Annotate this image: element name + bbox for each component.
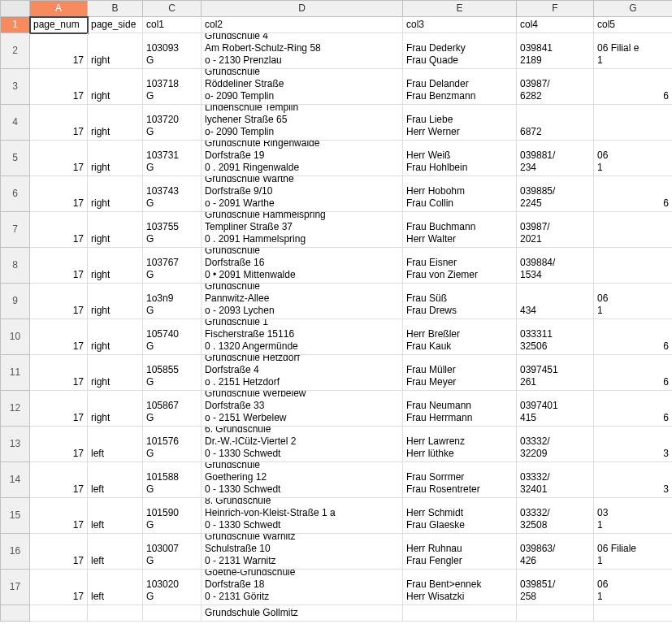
cell-A10[interactable]: 17 <box>30 319 88 355</box>
row-header-13[interactable]: 13 <box>1 427 30 462</box>
cell-G9[interactable]: 06 1 <box>594 284 672 319</box>
cell-B11[interactable]: right <box>88 355 143 391</box>
cell-E8[interactable]: Frau Eisner Frau von Ziemer <box>403 248 517 284</box>
cell-C12[interactable]: 105867 G <box>143 391 202 427</box>
cell-B13[interactable]: left <box>88 427 143 462</box>
cell-A8[interactable]: 17 <box>30 248 88 284</box>
row-header-14[interactable]: 14 <box>1 462 30 498</box>
cell-E12[interactable]: Frau Neumann Frau Herrmann <box>403 391 517 427</box>
cell-C1[interactable]: col1 <box>143 17 202 33</box>
cell-F8[interactable]: 039884/ 1534 <box>517 248 594 284</box>
cell-C11[interactable]: 105855 G <box>143 355 202 391</box>
cell-E7[interactable]: Frau Buchmann Herr Walter <box>403 212 517 248</box>
row-header-15[interactable]: 15 <box>1 498 30 534</box>
cell-D14[interactable]: Grundschule Goethering 12 0 - 1330 Schwe… <box>202 462 403 498</box>
cell-B4[interactable]: right <box>88 105 143 141</box>
cell-A13[interactable]: 17 <box>30 427 88 462</box>
cell-A12[interactable]: 17 <box>30 391 88 427</box>
cell-B17[interactable]: left <box>88 570 143 605</box>
cell-F4[interactable]: 6872 <box>517 105 594 141</box>
cell-C13[interactable]: 101576 G <box>143 427 202 462</box>
cell-B8[interactable]: right <box>88 248 143 284</box>
cell-F5[interactable]: 039881/ 234 <box>517 141 594 176</box>
cell-E14[interactable]: Frau Sorrmer Frau Rosentreter <box>403 462 517 498</box>
cell-D6[interactable]: Grundschule Warthe Dorfstraße 9/10 o - 2… <box>202 176 403 212</box>
column-header-C[interactable]: C <box>143 1 202 17</box>
row-header-9[interactable]: 9 <box>1 284 30 319</box>
cell-A16[interactable]: 17 <box>30 534 88 570</box>
cell-B16[interactable]: left <box>88 534 143 570</box>
cell-G13[interactable]: 3 <box>594 427 672 462</box>
column-header-F[interactable]: F <box>517 1 594 17</box>
cell-A4[interactable]: 17 <box>30 105 88 141</box>
column-header-A[interactable]: A <box>30 1 88 17</box>
cell-A6[interactable]: 17 <box>30 176 88 212</box>
cell-G7[interactable] <box>594 212 672 248</box>
cell-G4[interactable] <box>594 105 672 141</box>
cell-G10[interactable]: 6 <box>594 319 672 355</box>
cell-G5[interactable]: 06 1 <box>594 141 672 176</box>
cell-F15[interactable]: 03332/ 32508 <box>517 498 594 534</box>
cell-B10[interactable]: right <box>88 319 143 355</box>
cell-D4[interactable]: Lindenschule Templin lychener Straße 65 … <box>202 105 403 141</box>
cell-C16[interactable]: 103007 G <box>143 534 202 570</box>
cell-G11[interactable]: 6 <box>594 355 672 391</box>
cell-A14[interactable]: 17 <box>30 462 88 498</box>
cell-F9[interactable]: 434 <box>517 284 594 319</box>
row-header-1[interactable]: 1 <box>1 17 30 33</box>
cell-A3[interactable]: 17 <box>30 69 88 105</box>
cell-B14[interactable]: left <box>88 462 143 498</box>
cell-B3[interactable]: right <box>88 69 143 105</box>
cell-E16[interactable]: Herr Ruhnau Frau Fengler <box>403 534 517 570</box>
cell-D12[interactable]: Grundschule Werbelew Dorfstraße 33 o - 2… <box>202 391 403 427</box>
cell-D16[interactable]: Grundschule Warnitz Schulstraße 10 0 - 2… <box>202 534 403 570</box>
cell-A17[interactable]: 17 <box>30 570 88 605</box>
cell-F17[interactable]: 039851/ 258 <box>517 570 594 605</box>
cell-E6[interactable]: Herr Hobohm Frau Collin <box>403 176 517 212</box>
cell-A7[interactable]: 17 <box>30 212 88 248</box>
spreadsheet-grid[interactable]: ABCDEFG1page_numpage_sidecol1col2col3col… <box>0 0 672 622</box>
row-header-16[interactable]: 16 <box>1 534 30 570</box>
row-header-8[interactable]: 8 <box>1 248 30 284</box>
row-header-10[interactable]: 10 <box>1 319 30 355</box>
cell-E2[interactable]: Frau Dederky Frau Quade <box>403 33 517 69</box>
cell-E4[interactable]: Frau Liebe Herr Werner <box>403 105 517 141</box>
cell-B7[interactable]: right <box>88 212 143 248</box>
cell-C8[interactable]: 103767 G <box>143 248 202 284</box>
cell-B2[interactable]: right <box>88 33 143 69</box>
cell-F2[interactable]: 039841 2189 <box>517 33 594 69</box>
cell-E18[interactable] <box>403 605 517 622</box>
cell-D13[interactable]: 6. Grundschule Dr.-W.-ICülz-Viertel 2 0 … <box>202 427 403 462</box>
cell-A1[interactable]: page_num <box>30 17 88 33</box>
cell-A5[interactable]: 17 <box>30 141 88 176</box>
cell-C18[interactable] <box>143 605 202 622</box>
cell-G2[interactable]: 06 Filial e 1 <box>594 33 672 69</box>
cell-D5[interactable]: Grundschute Ringenwalde Dorfstraße 19 0 … <box>202 141 403 176</box>
cell-G1[interactable]: col5 <box>594 17 672 33</box>
cell-C5[interactable]: 103731 G <box>143 141 202 176</box>
cell-B6[interactable]: right <box>88 176 143 212</box>
cell-G6[interactable]: 6 <box>594 176 672 212</box>
cell-B12[interactable]: right <box>88 391 143 427</box>
cell-E9[interactable]: Frau Süß Frau Drews <box>403 284 517 319</box>
cell-G12[interactable]: 6 <box>594 391 672 427</box>
cell-C6[interactable]: 103743 G <box>143 176 202 212</box>
cell-D17[interactable]: Goethe-Grundschule Dorfstraße 18 0 - 213… <box>202 570 403 605</box>
column-header-D[interactable]: D <box>202 1 403 17</box>
cell-A2[interactable]: 17 <box>30 33 88 69</box>
cell-A11[interactable]: 17 <box>30 355 88 391</box>
cell-A18[interactable] <box>30 605 88 622</box>
cell-G18[interactable] <box>594 605 672 622</box>
cell-E15[interactable]: Herr Schmidt Frau Glaeske <box>403 498 517 534</box>
cell-E11[interactable]: Frau Müller Frau Meyer <box>403 355 517 391</box>
column-header-G[interactable]: G <box>594 1 672 17</box>
cell-C14[interactable]: 101588 G <box>143 462 202 498</box>
cell-D15[interactable]: 8. Grundschule Heinrich-von-Kleist-Straß… <box>202 498 403 534</box>
cell-C15[interactable]: 101590 G <box>143 498 202 534</box>
row-header-12[interactable]: 12 <box>1 391 30 427</box>
cell-F7[interactable]: 03987/ 2021 <box>517 212 594 248</box>
row-header-5[interactable]: 5 <box>1 141 30 176</box>
cell-D1[interactable]: col2 <box>202 17 403 33</box>
row-header-7[interactable]: 7 <box>1 212 30 248</box>
cell-G14[interactable]: 3 <box>594 462 672 498</box>
